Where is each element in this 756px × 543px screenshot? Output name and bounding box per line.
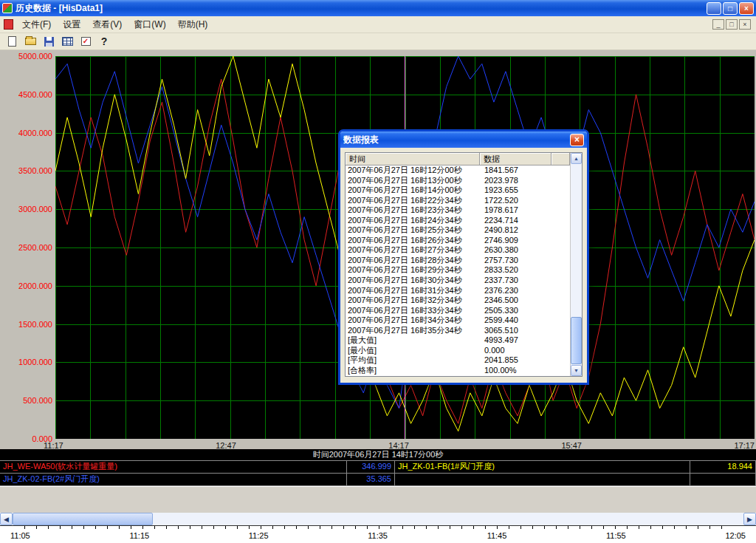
- mdi-minimize-button[interactable]: _: [712, 19, 724, 30]
- legend-pen-value: 346.999: [347, 461, 395, 474]
- report-row[interactable]: 2007年06月27日 16时33分34秒 2505.330: [346, 306, 570, 316]
- save-button[interactable]: [41, 34, 57, 49]
- report-row[interactable]: 2007年06月27日 16时30分34秒 2337.730: [346, 276, 570, 286]
- menu-item[interactable]: 窗口(W): [128, 17, 171, 32]
- legend-pen-name: JH_ZK-01-FB(1#风门开度): [395, 461, 690, 474]
- save-icon: [44, 37, 54, 47]
- report-row[interactable]: 2007年06月27日 16时23分34秒 1978.617: [346, 205, 570, 216]
- window-title: 历史数据 - [HisData1]: [16, 2, 103, 15]
- report-row-time: 2007年06月27日 16时32分34秒: [346, 296, 483, 306]
- report-row-value: 3065.510: [483, 326, 570, 336]
- dialog-body: 时间 数据 2007年06月27日 16时12分00秒 1841.567 200…: [345, 152, 583, 377]
- report-row[interactable]: 2007年06月27日 16时28分34秒 2757.730: [346, 256, 570, 266]
- report-row-value: 2376.230: [483, 286, 570, 296]
- report-row[interactable]: 2007年06月27日 16时27分34秒 2630.380: [346, 245, 570, 256]
- maximize-button[interactable]: □: [723, 2, 738, 15]
- report-row-time: 2007年06月27日 16时29分34秒: [346, 265, 483, 276]
- report-row[interactable]: [平均值] 2041.855: [346, 355, 570, 366]
- y-axis-label: 2000.000: [18, 281, 52, 290]
- menu-item[interactable]: 设置: [57, 17, 86, 32]
- report-row-time: [最大值]: [346, 335, 483, 346]
- report-list-header: 时间 数据: [346, 153, 582, 165]
- scroll-up-icon[interactable]: ▲: [571, 153, 582, 164]
- time-axis-label: 12:05: [725, 531, 746, 540]
- report-row-time: 2007年06月27日 16时23分34秒: [346, 205, 483, 216]
- y-axis-label: 5000.000: [18, 52, 52, 61]
- report-row-time: 2007年06月27日 16时24分34秒: [346, 216, 483, 226]
- new-file-button[interactable]: [4, 34, 20, 49]
- report-row[interactable]: 2007年06月27日 16时31分34秒 2376.230: [346, 286, 570, 296]
- report-row[interactable]: [合格率] 100.00%: [346, 366, 570, 376]
- report-row-time: [平均值]: [346, 355, 483, 366]
- legend-table: JH_WE-WA50(软水计量罐重量) 346.999 JH_ZK-01-FB(…: [0, 461, 756, 486]
- report-row[interactable]: 2007年06月27日 16时13分00秒 2023.978: [346, 176, 570, 186]
- report-row-time: 2007年06月27日 16时27分34秒: [346, 245, 483, 256]
- report-row[interactable]: 2007年06月27日 16时32分34秒 2346.500: [346, 296, 570, 306]
- report-row[interactable]: [最小值] 0.000: [346, 346, 570, 356]
- data-table-button[interactable]: [59, 34, 75, 49]
- legend-panel: 时间2007年06月27日 14时17分00秒 JH_WE-WA50(软水计量罐…: [0, 449, 756, 486]
- help-button[interactable]: ?: [96, 34, 112, 49]
- report-list: 时间 数据 2007年06月27日 16时12分00秒 1841.567 200…: [345, 152, 583, 377]
- report-row[interactable]: 2007年06月27日 16时25分34秒 2490.812: [346, 225, 570, 236]
- menu-bar: 文件(F)设置查看(V)窗口(W)帮助(H) _ □ ×: [0, 16, 756, 33]
- time-axis-label: 11:05: [10, 531, 30, 540]
- report-row-time: 2007年06月27日 16时28分34秒: [346, 256, 483, 266]
- menu-item[interactable]: 帮助(H): [172, 17, 214, 32]
- report-rows: 2007年06月27日 16时12分00秒 1841.567 2007年06月2…: [346, 165, 570, 376]
- y-axis-label: 500.000: [23, 396, 52, 405]
- scroll-down-icon[interactable]: ▼: [571, 365, 582, 376]
- report-row-time: 2007年06月27日 16时31分34秒: [346, 286, 483, 296]
- report-row[interactable]: 2007年06月27日 16时35分34秒 3065.510: [346, 326, 570, 336]
- close-button[interactable]: ×: [739, 2, 754, 15]
- report-row[interactable]: 2007年06月27日 16时29分34秒 2833.520: [346, 265, 570, 276]
- title-bar: 历史数据 - [HisData1] _ □ ×: [0, 0, 756, 16]
- report-row[interactable]: 2007年06月27日 16时14分00秒 1923.655: [346, 185, 570, 196]
- report-row-value: 2337.730: [483, 276, 570, 286]
- open-folder-icon: [25, 38, 36, 45]
- legend-pen-value: [690, 474, 756, 486]
- dialog-close-button[interactable]: ×: [570, 134, 584, 146]
- legend-pen-name: JH_WE-WA50(软水计量罐重量): [0, 461, 347, 474]
- report-row[interactable]: 2007年06月27日 16时34分34秒 2599.440: [346, 315, 570, 326]
- report-row[interactable]: 2007年06月27日 16时24分34秒 2234.714: [346, 216, 570, 226]
- column-header-time[interactable]: 时间: [346, 153, 480, 165]
- mdi-restore-button[interactable]: □: [726, 19, 738, 30]
- report-row[interactable]: 2007年06月27日 16时12分00秒 1841.567: [346, 165, 570, 176]
- control-bar: 自动滚动 开始时间 2007年 06月 27日 11时 17分 00秒 ▼ 范围…: [0, 486, 756, 513]
- minimize-button[interactable]: _: [707, 2, 721, 15]
- time-axis-label: 11:45: [487, 531, 507, 540]
- report-row-value: 4993.497: [483, 335, 570, 346]
- report-row-value: 100.00%: [483, 366, 570, 376]
- report-row-value: 1722.520: [483, 196, 570, 206]
- mdi-close-button[interactable]: ×: [739, 19, 751, 30]
- scroll-left-icon[interactable]: ◀: [0, 513, 13, 525]
- report-row-value: 2041.855: [483, 355, 570, 366]
- report-row[interactable]: 2007年06月27日 16时26分34秒 2746.909: [346, 236, 570, 246]
- report-button[interactable]: ✓: [78, 34, 94, 49]
- scroll-right-icon[interactable]: ▶: [743, 513, 756, 525]
- table-icon: [62, 37, 73, 46]
- report-row-time: [最小值]: [346, 346, 483, 356]
- report-row-value: 2505.330: [483, 306, 570, 316]
- column-header-value[interactable]: 数据: [480, 153, 551, 165]
- report-row-value: 2346.500: [483, 296, 570, 306]
- report-row[interactable]: 2007年06月27日 16时22分34秒 1722.520: [346, 196, 570, 206]
- report-row-time: 2007年06月27日 16时22分34秒: [346, 196, 483, 206]
- menu-item[interactable]: 查看(V): [86, 17, 128, 32]
- horizontal-scrollbar[interactable]: ◀ ▶: [0, 513, 756, 525]
- time-axis-label: 11:55: [606, 531, 626, 540]
- dialog-scrollbar-thumb[interactable]: [571, 317, 582, 364]
- report-row[interactable]: [最大值] 4993.497: [346, 335, 570, 346]
- help-icon: ?: [101, 35, 108, 47]
- open-file-button[interactable]: [22, 34, 38, 49]
- y-axis: 5000.0004500.0004000.0003500.0003000.000…: [1, 52, 52, 443]
- report-row-time: 2007年06月27日 16时14分00秒: [346, 185, 483, 196]
- y-axis-label: 2500.000: [18, 243, 52, 252]
- report-row-value: 0.000: [483, 346, 570, 356]
- menu-item[interactable]: 文件(F): [16, 17, 57, 32]
- report-row-value: 2757.730: [483, 256, 570, 266]
- new-file-icon: [8, 36, 16, 47]
- dialog-scrollbar[interactable]: ▲ ▼: [570, 153, 582, 376]
- scrollbar-thumb[interactable]: [13, 513, 153, 525]
